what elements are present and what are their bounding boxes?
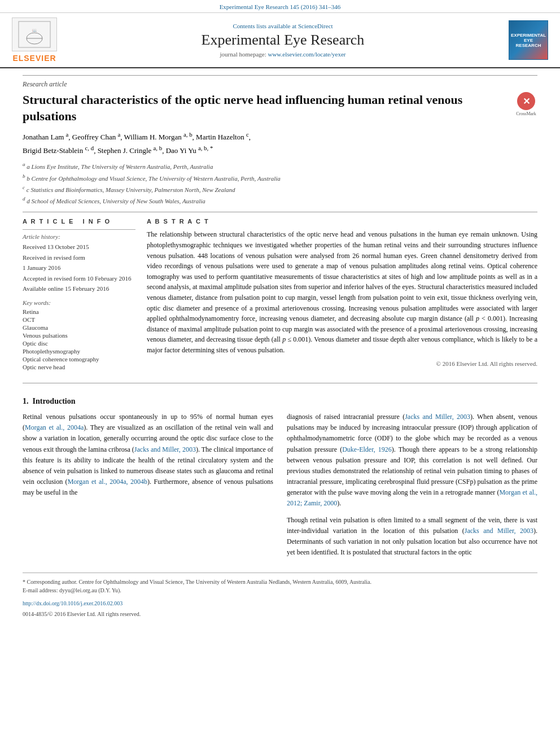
svg-rect-0 [19,21,50,47]
journal-homepage-link[interactable]: www.elsevier.com/locate/yexer [268,51,345,58]
affiliations: a a Lions Eye Institute, The University … [23,160,537,206]
article-info-header: A R T I C L E I N F O [23,218,135,225]
elsevier-logo: 📖 ELSEVIER [9,18,60,63]
history-online: Available online 15 February 2016 [23,284,135,294]
keyword-2: OCT [23,316,135,323]
ref-morgan2004a-1[interactable]: Morgan et al., 2004a [25,423,84,431]
introduction-section: 1. Introduction Retinal venous pulsation… [23,397,537,563]
svg-text:📖: 📖 [32,28,37,33]
journal-header: 📖 ELSEVIER Contents lists available at S… [0,13,560,68]
section-divider [23,212,537,212]
history-accepted: Accepted in revised form 10 February 201… [23,274,135,283]
doi-link[interactable]: http://dx.doi.org/10.1016/j.exer.2016.02… [23,600,123,606]
intro-title: 1. Introduction [23,397,537,406]
keyword-8: Optic nerve head [23,364,135,370]
main-content: Research article Structural characterist… [0,75,560,618]
body-divider [23,383,537,383]
info-divider [23,229,135,230]
ref-duke1926[interactable]: Duke-Elder, 1926 [342,445,392,453]
article-type: Research article [23,75,537,89]
copyright-line: © 2016 Elsevier Ltd. All rights reserved… [147,360,537,367]
ref-jacks2003-2[interactable]: Jacks and Miller, 2003 [405,413,470,421]
email-note: E-mail address: dyyu@lei.org.au (D.Y. Yu… [23,586,537,595]
crossmark-badge[interactable]: ✕ CrossMark [515,92,537,116]
keyword-7: Optical coherence tomography [23,356,135,362]
keyword-4: Venous pulsations [23,332,135,339]
ref-morgan2004ab[interactable]: Morgan et al., 2004a, 2004b [68,478,147,486]
article-title: Structural characteristics of the optic … [23,92,509,124]
ref-morgan2012[interactable]: Morgan et al., 2012; Zamir, 2000 [287,488,537,507]
crossmark-icon: ✕ [517,92,535,110]
journal-logo-right: EXPERIMENTALEYERESEARCH [506,20,551,60]
elsevier-wordmark: ELSEVIER [12,54,56,63]
history-revised-date: 1 January 2016 [23,263,135,273]
abstract-text: The relationship between structural char… [147,229,537,355]
article-title-row: Structural characteristics of the optic … [23,92,537,124]
keywords-label: Key words: [23,299,135,306]
keyword-1: Retina [23,308,135,315]
abstract-panel: A B S T R A C T The relationship between… [147,218,537,372]
keyword-3: Glaucoma [23,324,135,331]
science-direct-link[interactable]: Contents lists available at ScienceDirec… [60,23,506,29]
corresponding-note: * Corresponding author. Centre for Ophth… [23,578,537,586]
intro-body-columns: Retinal venous pulsations occur spontane… [23,412,537,563]
article-info-panel: A R T I C L E I N F O Article history: R… [23,218,135,372]
article-info-abstract: A R T I C L E I N F O Article history: R… [23,218,537,372]
ref-jacks2003-1[interactable]: Jacks and Miller, 2003 [134,445,196,453]
crossmark-label: CrossMark [516,111,536,116]
intro-col-right: diagnosis of raised intracranial pressur… [287,412,537,563]
issn-line: 0014-4835/© 2016 Elsevier Ltd. All right… [23,610,537,618]
history-label: Article history: [23,233,135,240]
journal-citation: Experimental Eye Research 145 (2016) 341… [0,0,560,13]
footnotes: * Corresponding author. Centre for Ophth… [23,573,537,618]
journal-title-center: Contents lists available at ScienceDirec… [60,23,506,58]
keyword-5: Optic disc [23,340,135,347]
journal-title: Experimental Eye Research [60,32,506,49]
journal-brand-logo: EXPERIMENTALEYERESEARCH [509,20,548,60]
ref-jacks2003-3[interactable]: Jacks and Miller, 2003 [465,527,533,535]
elsevier-logo-box: 📖 [12,18,57,51]
journal-homepage: journal homepage: www.elsevier.com/locat… [60,51,506,58]
history-revised-label: Received in revised form [23,253,135,263]
abstract-header: A B S T R A C T [147,218,537,225]
authors-line: Jonathan Lam a, Geoffrey Chan a, William… [23,130,537,157]
history-received: Received 13 October 2015 [23,242,135,252]
keyword-6: Photoplethysmography [23,348,135,355]
intro-col-left: Retinal venous pulsations occur spontane… [23,412,273,563]
